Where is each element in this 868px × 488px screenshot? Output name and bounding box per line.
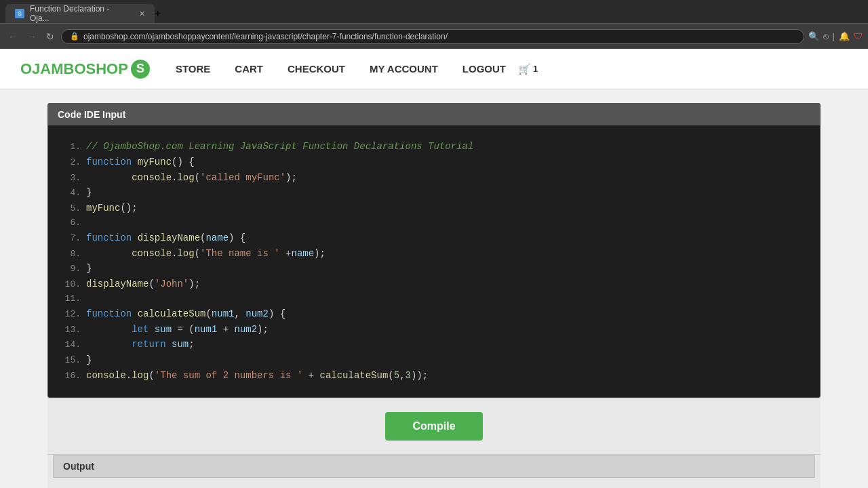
- refresh-button[interactable]: ↻: [43, 30, 57, 43]
- tab-bar: S Function Declaration - Oja... ✕ +: [0, 0, 868, 23]
- code-line-1: 1. // OjamboShop.com Learning JavaScript…: [62, 139, 806, 155]
- code-content: // OjamboShop.com Learning JavaScript Fu…: [86, 139, 473, 154]
- line-number: 7.: [62, 232, 81, 246]
- compile-button[interactable]: Compile: [385, 412, 482, 441]
- new-tab-button[interactable]: +: [155, 7, 161, 20]
- code-content: }: [86, 185, 92, 200]
- address-bar[interactable]: 🔒 ojamboshop.com/ojamboshoppaycontent/le…: [61, 29, 804, 44]
- cart-icon-wrap[interactable]: 🛒 1: [518, 63, 538, 75]
- output-area: Output: [47, 454, 821, 488]
- line-number: 14.: [62, 338, 81, 352]
- code-content: console.log('The sum of 2 numbers is ' +…: [86, 368, 428, 383]
- line-number: 8.: [62, 247, 81, 262]
- output-header: Output: [53, 455, 815, 478]
- line-number: 16.: [62, 369, 81, 384]
- code-line-12: 12. function calculateSum(num1, num2) {: [62, 306, 806, 322]
- code-line-10: 10. displayName('John');: [62, 277, 806, 292]
- line-number: 9.: [62, 262, 81, 277]
- forward-button[interactable]: →: [24, 30, 39, 43]
- url-text: ojamboshop.com/ojamboshoppaycontent/lear…: [83, 32, 448, 41]
- share-icon[interactable]: ⎋: [823, 31, 829, 41]
- compile-area: Compile: [47, 398, 821, 454]
- search-icon[interactable]: 🔍: [808, 31, 819, 41]
- code-content: function myFunc() {: [86, 155, 195, 169]
- notification-icon[interactable]: 🔔: [839, 31, 850, 41]
- back-button[interactable]: ←: [5, 30, 20, 43]
- code-content: displayName('John');: [86, 277, 200, 291]
- nav-store[interactable]: STORE: [163, 63, 222, 75]
- shield-icon[interactable]: 🛡: [854, 31, 863, 41]
- line-number: 13.: [62, 323, 81, 338]
- code-content: }: [86, 261, 92, 276]
- code-line-5: 5. myFunc();: [62, 201, 806, 216]
- code-line-15: 15. }: [62, 352, 806, 368]
- nav-myaccount[interactable]: MY ACCOUNT: [357, 63, 450, 75]
- brand-link[interactable]: OJAMBOSHOP S: [20, 60, 150, 79]
- code-content: let sum = (num1 + num2);: [86, 322, 269, 337]
- tab-close-button[interactable]: ✕: [139, 9, 145, 18]
- cart-icon: 🛒: [518, 63, 531, 75]
- code-line-11: 11.: [62, 292, 806, 306]
- line-number: 2.: [62, 156, 81, 170]
- code-line-2: 2. function myFunc() {: [62, 155, 806, 170]
- page-content: OJAMBOSHOP S STORE CART CHECKOUT MY ACCO…: [0, 49, 868, 488]
- code-line-3: 3. console.log('called myFunc');: [62, 170, 806, 186]
- code-line-16: 16. console.log('The sum of 2 numbers is…: [62, 368, 806, 384]
- code-content: function displayName(name) {: [86, 230, 245, 245]
- line-number: 12.: [62, 308, 81, 322]
- nav-cart[interactable]: CART: [222, 63, 275, 75]
- line-number: 10.: [62, 278, 81, 292]
- code-content: function calculateSum(num1, num2) {: [86, 306, 285, 321]
- code-line-9: 9. }: [62, 261, 806, 277]
- line-number: 4.: [62, 186, 81, 201]
- line-number: 6.: [62, 216, 81, 230]
- brand-logo: S: [131, 60, 150, 79]
- line-number: 11.: [62, 292, 81, 306]
- navigation: OJAMBOSHOP S STORE CART CHECKOUT MY ACCO…: [0, 49, 868, 89]
- code-content: return sum;: [86, 337, 195, 352]
- line-number: 15.: [62, 354, 81, 368]
- browser-window: S Function Declaration - Oja... ✕ + ← → …: [0, 0, 868, 488]
- code-content: console.log('called myFunc');: [86, 170, 297, 185]
- line-number: 1.: [62, 140, 81, 155]
- code-line-13: 13. let sum = (num1 + num2);: [62, 322, 806, 338]
- code-ide-header: Code IDE Input: [48, 104, 820, 125]
- code-editor[interactable]: 1. // OjamboShop.com Learning JavaScript…: [48, 125, 820, 397]
- nav-logout[interactable]: LOGOUT: [450, 63, 518, 75]
- security-icon: 🔒: [70, 32, 79, 41]
- brand-text: OJAMBOSHOP: [20, 60, 128, 78]
- tab-title: Function Declaration - Oja...: [30, 4, 131, 23]
- code-line-4: 4. }: [62, 185, 806, 201]
- active-tab[interactable]: S Function Declaration - Oja... ✕: [5, 4, 155, 23]
- cart-count: 1: [533, 64, 538, 74]
- code-content: myFunc();: [86, 201, 138, 216]
- rss-icon: |: [833, 31, 835, 41]
- code-line-8: 8. console.log('The name is ' +name);: [62, 246, 806, 262]
- line-number: 5.: [62, 202, 81, 216]
- code-content: }: [86, 352, 92, 367]
- line-number: 3.: [62, 171, 81, 186]
- code-ide: Code IDE Input 1. // OjamboShop.com Lear…: [47, 103, 821, 398]
- main-content: Code IDE Input 1. // OjamboShop.com Lear…: [34, 103, 834, 488]
- code-content: console.log('The name is ' +name);: [86, 246, 326, 261]
- toolbar-icons: 🔍 ⎋ | 🔔 🛡: [808, 31, 863, 41]
- code-line-6: 6.: [62, 216, 806, 230]
- nav-links: STORE CART CHECKOUT MY ACCOUNT LOGOUT 🛒 …: [163, 63, 538, 75]
- output-body: [47, 478, 821, 488]
- code-line-14: 14. return sum;: [62, 337, 806, 352]
- nav-checkout[interactable]: CHECKOUT: [275, 63, 357, 75]
- tab-favicon: S: [15, 9, 24, 18]
- browser-toolbar: ← → ↻ 🔒 ojamboshop.com/ojamboshoppaycont…: [0, 23, 868, 49]
- code-line-7: 7. function displayName(name) {: [62, 230, 806, 246]
